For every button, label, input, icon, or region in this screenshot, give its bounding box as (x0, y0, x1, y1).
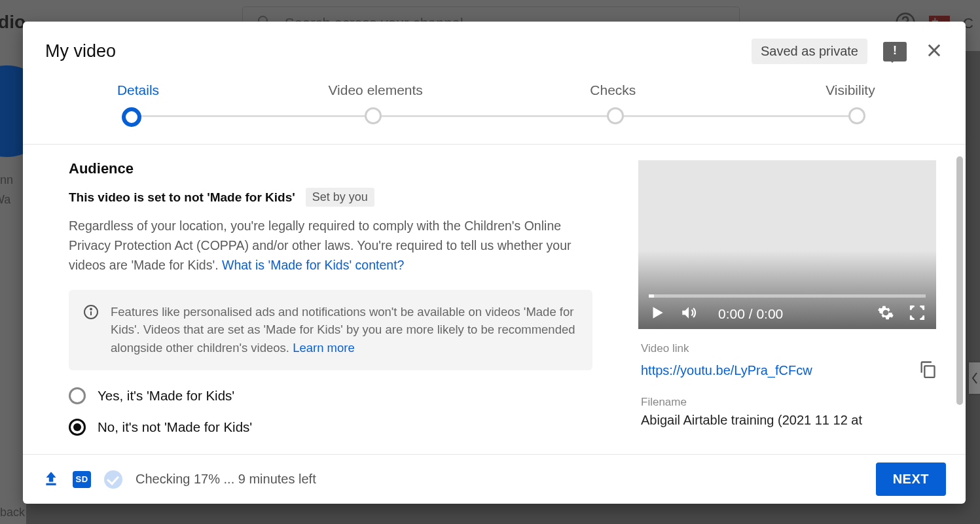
check-complete-icon (104, 470, 122, 489)
upload-icon (43, 470, 60, 489)
dialog-title: My video (45, 41, 116, 61)
svg-rect-8 (46, 483, 56, 485)
dialog-body: Audience This video is set to not 'Made … (23, 145, 966, 454)
settings-gear-icon[interactable] (877, 304, 894, 324)
video-meta: Video link https://youtu.be/LyPra_fCFcw … (638, 329, 939, 441)
what-is-mfk-link[interactable]: What is 'Made for Kids' content? (222, 258, 404, 272)
svg-rect-7 (924, 366, 934, 377)
audience-heading: Audience (69, 160, 612, 177)
info-note-text: Features like personalised ads and notif… (111, 303, 578, 357)
video-link[interactable]: https://youtu.be/LyPra_fCFcw (641, 363, 812, 378)
set-by-you-chip: Set by you (306, 188, 374, 207)
player-controls: 0:00 / 0:00 (649, 304, 926, 324)
info-icon (83, 304, 99, 323)
step-visibility[interactable]: Visibility (778, 82, 922, 98)
details-panel: Audience This video is set to not 'Made … (23, 145, 638, 454)
learn-more-link[interactable]: Learn more (293, 341, 355, 355)
radio-label: No, it's not 'Made for Kids' (98, 419, 252, 435)
step-dot-1[interactable] (122, 107, 141, 127)
feedback-icon: ! (893, 44, 897, 58)
audience-description: Regardless of your location, you're lega… (69, 216, 592, 275)
copy-link-button[interactable] (918, 359, 937, 381)
step-line (132, 115, 857, 117)
dialog-footer: SD Checking 17% ... 9 minutes left NEXT (23, 454, 966, 504)
radio-made-for-kids-no[interactable]: No, it's not 'Made for Kids' (69, 419, 612, 436)
svg-point-6 (90, 308, 92, 309)
step-dot-2[interactable] (365, 107, 382, 124)
filename-value: Abigail Airtable training (2021 11 12 at (641, 413, 937, 428)
stepper: Details Video elements Checks Visibility (23, 76, 966, 145)
close-button[interactable] (925, 41, 943, 62)
scrollbar-thumb[interactable] (956, 156, 963, 405)
sd-badge: SD (73, 471, 91, 488)
info-note: Features like personalised ads and notif… (69, 290, 592, 370)
progress-bar[interactable] (649, 294, 926, 298)
radio-icon (69, 419, 86, 436)
play-icon[interactable] (649, 304, 666, 324)
dialog-header: My video Saved as private ! (23, 22, 966, 76)
save-status-chip: Saved as private (752, 39, 867, 64)
volume-icon[interactable] (680, 304, 697, 324)
player-time: 0:00 / 0:00 (718, 306, 783, 322)
step-video-elements[interactable]: Video elements (304, 82, 448, 98)
video-link-label: Video link (641, 342, 937, 355)
feedback-button[interactable]: ! (883, 42, 907, 61)
processing-status: Checking 17% ... 9 minutes left (136, 472, 316, 487)
radio-icon (69, 387, 86, 404)
step-checks[interactable]: Checks (541, 82, 685, 98)
step-details[interactable]: Details (66, 82, 210, 98)
radio-made-for-kids-yes[interactable]: Yes, it's 'Made for Kids' (69, 387, 612, 404)
made-for-kids-status: This video is set to not 'Made for Kids' (69, 190, 295, 205)
step-dot-4[interactable] (848, 107, 865, 124)
radio-label: Yes, it's 'Made for Kids' (98, 388, 234, 404)
step-dot-3[interactable] (607, 107, 624, 124)
video-preview[interactable]: 0:00 / 0:00 (638, 160, 936, 329)
upload-dialog: My video Saved as private ! Details Vide… (23, 22, 966, 504)
preview-panel: 0:00 / 0:00 Video link https://youtu.be/… (638, 145, 966, 454)
next-button[interactable]: NEXT (876, 463, 946, 496)
fullscreen-icon[interactable] (909, 304, 926, 324)
filename-label: Filename (641, 396, 937, 409)
